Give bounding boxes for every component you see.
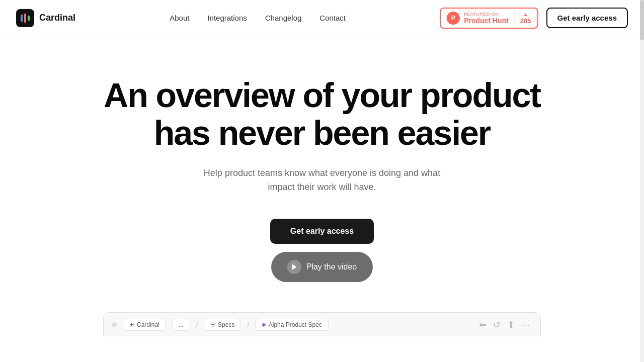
nav-item-about[interactable]: About [170,14,189,22]
preview-breadcrumb-separator-2: / [247,321,249,328]
product-hunt-name: Product Hunt [464,17,509,25]
preview-tab-dots: ... [172,319,190,331]
nav-links: About Integrations Changelog Contact [170,14,346,23]
nav-right: P FEATURED ON Product Hunt ▲ 285 Get ear… [440,8,628,29]
logo-link[interactable]: Cardinal [16,9,75,27]
hero-subtitle: Help product teams know what everyone is… [191,166,453,195]
nav-item-integrations[interactable]: Integrations [207,14,247,22]
preview-tab-specs: ⊟ Specs [204,319,241,331]
svg-rect-0 [21,15,23,22]
svg-rect-2 [28,16,30,21]
preview-alpha-icon: ◆ [262,321,266,328]
preview-specs-icon: ⊟ [210,321,215,328]
preview-alpha-label: Alpha Product Spec [269,321,322,328]
preview-breadcrumb-separator-1: / [196,321,198,328]
play-icon [287,260,301,274]
product-hunt-featured-label: FEATURED ON [464,12,509,17]
scrollbar-thumb[interactable] [640,0,644,40]
nav-item-contact[interactable]: Contact [319,14,346,22]
play-triangle-icon [292,264,297,270]
scrollbar[interactable] [640,0,644,362]
hero-buttons: Get early access Play the video [270,219,374,282]
play-video-label: Play the video [306,262,357,272]
app-preview-bar: ⊞ Cardinal ... / ⊟ Specs / ◆ Alpha Produ… [103,312,541,336]
preview-toolbar-icons: ⬅ ↺ ⬆ ⋯ [479,319,532,330]
product-hunt-count: 285 [520,17,531,25]
preview-specs-label: Specs [218,321,234,328]
product-hunt-icon: P [447,12,460,25]
hero-title: An overview of your product has never be… [96,76,548,152]
logo-text: Cardinal [39,13,75,23]
nav-cta-button[interactable]: Get early access [546,8,628,28]
nav-item-changelog[interactable]: Changelog [265,14,302,22]
preview-cardinal-label: Cardinal [137,321,159,328]
product-hunt-content: FEATURED ON Product Hunt [464,12,509,25]
navbar: Cardinal About Integrations Changelog Co… [0,0,644,36]
product-hunt-badge[interactable]: P FEATURED ON Product Hunt ▲ 285 [440,8,538,29]
preview-dot-1 [112,322,117,327]
logo-svg [20,13,31,24]
preview-dots-label: ... [179,321,184,328]
svg-rect-1 [24,14,26,23]
play-video-button[interactable]: Play the video [271,252,373,282]
hero-section: An overview of your product has never be… [0,36,644,302]
product-hunt-arrow-icon: ▲ [523,12,528,17]
logo-icon [16,9,34,27]
preview-cardinal-icon: ⊞ [129,321,134,328]
preview-tab-cardinal: ⊞ Cardinal [123,319,166,331]
hero-cta-button[interactable]: Get early access [270,219,374,244]
app-preview-section: ⊞ Cardinal ... / ⊟ Specs / ◆ Alpha Produ… [0,312,644,336]
preview-tab-alpha: ◆ Alpha Product Spec [255,319,329,331]
product-hunt-votes: ▲ 285 [515,12,531,25]
